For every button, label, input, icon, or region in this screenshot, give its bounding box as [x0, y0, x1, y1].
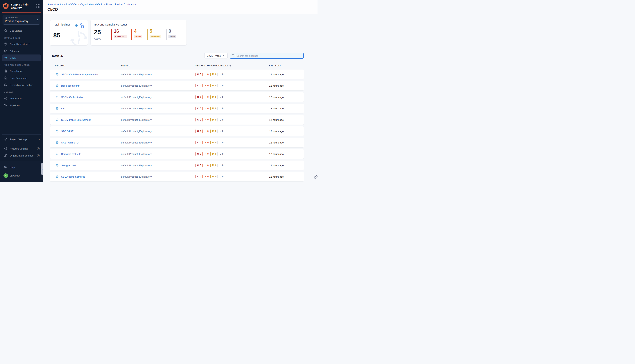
- severity-count-C: C 0: [195, 73, 202, 76]
- account-settings-icon: [4, 147, 7, 150]
- sidebar-item-cicd[interactable]: ∞ CI/CD: [2, 54, 41, 61]
- sidebar-item-pipelines[interactable]: Pipelines: [0, 102, 43, 109]
- breadcrumb-organization-link[interactable]: Organization: default: [80, 3, 102, 6]
- logo-row: Supply Chain Security: [0, 0, 43, 12]
- user-name: Lavakush: [10, 174, 20, 177]
- risk-issues-cell: C 0H 0M 0L 0: [195, 152, 269, 156]
- sidebar-collapse-handle[interactable]: ◀: [41, 163, 43, 175]
- pipeline-name-link[interactable]: STO SAST: [61, 130, 74, 133]
- severity-badge: LOW: [168, 35, 176, 38]
- severity-mini-bar: [195, 164, 195, 167]
- severity-count-H: H 0: [202, 164, 210, 167]
- severity-bar: [166, 28, 167, 40]
- content: Total Pipelines: [43, 14, 317, 182]
- severity-mini-bar: [218, 96, 218, 99]
- nav-section-risk-compliance: RISK AND COMPLIANCE: [0, 61, 43, 68]
- pipeline-name-link[interactable]: Base sbom script: [61, 84, 80, 87]
- pipeline-name-link[interactable]: test: [61, 107, 65, 110]
- severity-count-C: C 0: [195, 118, 202, 122]
- sidebar-item-artifacts[interactable]: Artifacts: [0, 48, 43, 54]
- pipeline-name-link[interactable]: SAST with STO: [61, 141, 78, 144]
- severity-count-L: L 0: [218, 152, 225, 156]
- project-box-icon: [5, 16, 7, 19]
- severity-mini-bar: [218, 164, 218, 167]
- pipeline-row[interactable]: Semgrep test vuln default/Product_Explor…: [50, 149, 304, 159]
- last-scan-value: 12 hours ago: [269, 176, 300, 178]
- info-icon[interactable]: i: [37, 147, 40, 150]
- column-header-risk-issues[interactable]: RISK AND COMPLIANCE ISSUES: [195, 64, 269, 67]
- sidebar-item-code-repositories[interactable]: Code Repositories: [0, 40, 43, 48]
- pipeline-source: default/Product_Exploratory: [121, 153, 195, 156]
- sidebar-item-help[interactable]: ? Help: [0, 164, 43, 170]
- artifact-box-icon: [4, 49, 7, 53]
- sidebar-item-organization-settings[interactable]: Organization Settings i: [0, 152, 43, 159]
- pipeline-row[interactable]: SSCA using Semgrep default/Product_Explo…: [50, 172, 304, 182]
- sidebar-item-label: Integrations: [10, 97, 23, 100]
- sidebar-item-remediation-tracker[interactable]: Remediation Tracker: [0, 82, 43, 88]
- pipeline-name-link[interactable]: Semgrep test: [61, 164, 76, 167]
- cicd-types-dropdown[interactable]: CI/CD Types: [204, 53, 228, 59]
- pipeline-name-link[interactable]: SBOM Orch Base Image detection: [61, 73, 99, 76]
- pipeline-source: default/Product_Exploratory: [121, 73, 195, 76]
- pipeline-row[interactable]: Base sbom script default/Product_Explora…: [50, 81, 304, 90]
- sidebar-item-label: Get Started: [10, 29, 23, 32]
- sidebar-nav: Get Started SUPPLY CHAIN Code Repositori…: [0, 27, 43, 134]
- project-selector[interactable]: PROJECT Product Exploratory ›: [3, 15, 40, 24]
- pipeline-icon: [55, 84, 59, 88]
- sidebar-item-account-settings[interactable]: Account Settings i: [0, 145, 43, 152]
- severity-count-M: M 0: [210, 118, 218, 122]
- active-issues-block: 25 Active: [94, 28, 101, 40]
- chat-feedback-widget-icon[interactable]: [314, 175, 317, 180]
- severity-count-L: L 0: [218, 107, 225, 110]
- sidebar-item-label: Compliance: [10, 70, 23, 72]
- pipeline-source: default/Product_Exploratory: [121, 164, 195, 167]
- pipeline-row[interactable]: SBOM Orchestartion default/Product_Explo…: [50, 92, 304, 102]
- search-input[interactable]: [230, 53, 304, 59]
- pipeline-name-link[interactable]: Semgrep test vuln: [61, 153, 81, 156]
- sidebar-item-label: Project Settings: [10, 138, 27, 141]
- pipeline-row[interactable]: Semgrep test default/Product_Exploratory…: [50, 160, 304, 170]
- severity-mini-bar: [210, 84, 210, 87]
- severity-count-H: H 0: [202, 141, 210, 144]
- severity-summary-group: 16 CRITICAL 4 HIGH 5 MEDIUM 0 LOW: [111, 28, 176, 40]
- pipeline-name-link[interactable]: SBOM Orchestartion: [61, 96, 84, 98]
- severity-mini-bar: [195, 175, 195, 178]
- severity-mini-bar: [202, 107, 203, 110]
- sidebar-item-integrations[interactable]: Integrations: [0, 95, 43, 102]
- pipeline-name-link[interactable]: SSCA using Semgrep: [61, 176, 85, 178]
- severity-count-C: C 0: [195, 164, 202, 167]
- sidebar-item-get-started[interactable]: Get Started: [0, 27, 43, 34]
- chevron-right-icon: ›: [39, 138, 40, 141]
- sidebar-item-label: Artifacts: [10, 50, 19, 52]
- sidebar-item-compliance[interactable]: Compliance: [0, 68, 43, 74]
- pipeline-row[interactable]: SBOM Orch Base Image detection default/P…: [50, 70, 304, 79]
- severity-count: 5: [150, 28, 161, 34]
- pipeline-row[interactable]: SBOM Policy Enforcement default/Product_…: [50, 115, 304, 124]
- sidebar-item-rule-definitions[interactable]: Rule Definitions: [0, 74, 43, 82]
- sidebar-item-project-settings[interactable]: Project Settings ›: [0, 136, 43, 143]
- severity-mini-bar: [202, 175, 203, 178]
- risk-issues-cell: C 0H 0M 0L 0: [195, 141, 269, 144]
- svg-text:?: ?: [5, 166, 6, 168]
- module-grid-icon[interactable]: [36, 4, 40, 8]
- breadcrumb-project-link[interactable]: Project: Product Exploratory: [106, 3, 136, 6]
- chevron-right-icon: ›: [37, 18, 38, 21]
- divider: [2, 134, 41, 135]
- info-icon[interactable]: i: [37, 154, 40, 157]
- pipeline-name-link[interactable]: SBOM Policy Enforcement: [61, 118, 91, 121]
- severity-count: 0: [168, 28, 176, 34]
- pipelines-icon: [4, 104, 7, 107]
- pipeline-row[interactable]: test default/Product_Exploratory C 0H 0M…: [50, 104, 304, 113]
- sidebar-item-label: Pipelines: [10, 104, 20, 107]
- user-menu[interactable]: L Lavakush: [0, 172, 43, 179]
- column-header-last-scan[interactable]: LAST SCAN: [269, 64, 300, 67]
- sort-both-icon[interactable]: [230, 65, 231, 67]
- pipeline-row[interactable]: STO SAST default/Product_Exploratory C 0…: [50, 126, 304, 136]
- severity-mini-bar: [195, 118, 195, 122]
- severity-mini-bar: [210, 96, 210, 99]
- pipeline-icon: [55, 106, 59, 110]
- pipeline-row[interactable]: SAST with STO default/Product_Explorator…: [50, 138, 304, 147]
- severity-count-H: H 0: [202, 84, 210, 87]
- remediation-tracker-icon: [4, 83, 7, 87]
- breadcrumb-account-link[interactable]: Account: Automation-SSCA: [47, 3, 77, 6]
